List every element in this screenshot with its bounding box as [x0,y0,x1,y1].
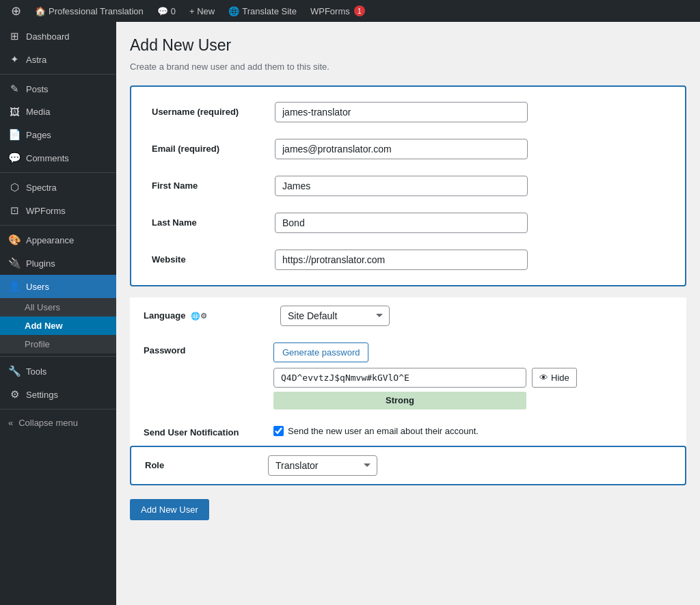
hide-label: Hide [551,373,569,383]
menu-separator [0,74,116,75]
sidebar-item-media[interactable]: 🖼 Media [0,100,116,123]
sidebar-item-dashboard[interactable]: ⊞ Dashboard [0,25,116,48]
wpforms-item[interactable]: WPForms 1 [305,0,371,22]
comments-item[interactable]: 💬 0 [152,0,181,22]
notification-section: Send User Notification Send the new user… [130,418,686,446]
wp-icon: ⊕ [11,3,21,18]
wpforms-badge: 1 [354,5,365,16]
main-content: Add New User Create a brand new user and… [116,22,700,605]
admin-bar: ⊕ 🏠 Professional Translation 💬 0 + New 🌐… [0,0,700,22]
email-input[interactable] [275,139,528,159]
add-new-user-button[interactable]: Add New User [130,499,209,520]
comments-menu-icon: 💬 [8,152,21,164]
password-label: Password [137,342,273,355]
language-translate-icon: 🌐⚙ [191,312,207,321]
collapse-menu-item[interactable]: « Collapse menu [0,412,116,433]
users-icon: 👤 [8,280,21,293]
notification-content: Send the new user an email about their a… [273,426,479,436]
role-section: Role Translator Administrator Editor Sub… [130,446,686,485]
password-content: Generate password 👁 Hide Strong [273,342,679,409]
language-label: Language [144,310,185,321]
menu-separator-4 [0,356,116,357]
password-section: Password Generate password 👁 Hide Strong [130,334,686,418]
eye-icon: 👁 [539,373,548,383]
content-wrap: Add New User Create a brand new user and… [130,36,686,520]
website-input[interactable] [275,250,528,270]
new-item[interactable]: + New [184,0,220,22]
translate-site-item[interactable]: 🌐 Translate Site [223,0,302,22]
language-section: Language 🌐⚙ Site Default English [130,297,686,334]
sidebar-item-comments[interactable]: 💬 Comments [0,146,116,170]
sidebar-item-tools[interactable]: 🔧 Tools [0,360,116,383]
submit-section: Add New User [130,499,686,520]
media-icon: 🖼 [8,106,21,118]
sidebar-label-users: Users [26,282,108,292]
wp-admin-layout: ⊞ Dashboard ✦ Astra ✎ Posts 🖼 Media 📄 Pa… [0,22,700,605]
sidebar-label-tools: Tools [26,366,108,377]
wpforms-label: WPForms [310,6,350,16]
generate-password-button[interactable]: Generate password [273,342,368,362]
submenu-profile[interactable]: Profile [0,335,116,353]
sidebar-label-dashboard: Dashboard [26,31,108,42]
spectra-icon: ⬡ [8,181,21,193]
sidebar-item-appearance[interactable]: 🎨 Appearance [0,228,116,252]
sidebar-item-posts[interactable]: ✎ Posts [0,77,116,100]
strength-label: Strong [386,395,414,405]
all-users-label: All Users [25,302,60,312]
sidebar-item-settings[interactable]: ⚙ Settings [0,383,116,406]
menu-separator-5 [0,409,116,409]
new-label: + New [189,6,215,16]
user-fields-section: Username (required) Email (required) Fir… [130,85,686,286]
language-table: Language 🌐⚙ Site Default English [137,297,679,334]
pages-icon: 📄 [8,129,21,141]
sidebar-label-wpforms: WPForms [26,206,108,216]
profile-label: Profile [25,339,50,349]
sidebar-label-plugins: Plugins [26,258,108,269]
sidebar-label-pages: Pages [26,130,108,140]
username-label: Username (required) [152,107,239,117]
menu-separator-2 [0,172,116,173]
username-row: Username (required) [145,94,671,131]
home-icon: 🏠 [35,6,46,16]
firstname-input[interactable] [275,176,528,196]
site-name-item[interactable]: 🏠 Professional Translation [29,0,149,22]
role-select[interactable]: Translator Administrator Editor Subscrib… [268,455,377,476]
comments-icon: 💬 [157,6,168,16]
collapse-label: Collapse menu [18,418,78,428]
notification-checkbox[interactable] [273,426,284,436]
sidebar-label-spectra: Spectra [26,183,108,193]
appearance-icon: 🎨 [8,234,21,246]
sidebar-item-plugins[interactable]: 🔌 Plugins [0,252,116,275]
website-label: Website [152,254,186,265]
hide-password-button[interactable]: 👁 Hide [532,368,577,388]
submenu-add-new[interactable]: Add New ↙ [0,317,116,335]
site-name-label: Professional Translation [49,6,144,16]
sidebar-label-settings: Settings [26,390,108,400]
sidebar-label-comments: Comments [26,153,108,163]
page-title: Add New User [130,36,686,56]
sidebar-item-wpforms[interactable]: ⊡ WPForms [0,199,116,222]
lastname-label: Last Name [152,217,197,228]
password-field-wrap: 👁 Hide [273,368,679,388]
comments-count: 0 [171,6,176,16]
sidebar-label-posts: Posts [26,84,108,94]
password-input[interactable] [273,368,526,388]
sidebar: ⊞ Dashboard ✦ Astra ✎ Posts 🖼 Media 📄 Pa… [0,22,116,605]
sidebar-item-pages[interactable]: 📄 Pages [0,123,116,146]
username-input[interactable] [275,102,528,122]
sidebar-item-users[interactable]: 👤 Users [0,275,116,298]
language-select[interactable]: Site Default English [280,306,390,326]
notification-row: Send User Notification Send the new user… [137,418,679,446]
sidebar-item-astra[interactable]: ✦ Astra [0,48,116,71]
language-row: Language 🌐⚙ Site Default English [137,297,679,334]
sidebar-item-spectra[interactable]: ⬡ Spectra [0,176,116,199]
astra-icon: ✦ [8,53,21,66]
lastname-input[interactable] [275,213,528,233]
website-row: Website [145,241,671,278]
wp-logo[interactable]: ⊕ [5,0,27,22]
submenu-all-users[interactable]: All Users [0,298,116,317]
collapse-icon: « [8,418,13,428]
menu-separator-3 [0,225,116,226]
password-row: Password Generate password 👁 Hide Strong [137,334,679,418]
translate-label: Translate Site [242,6,297,16]
